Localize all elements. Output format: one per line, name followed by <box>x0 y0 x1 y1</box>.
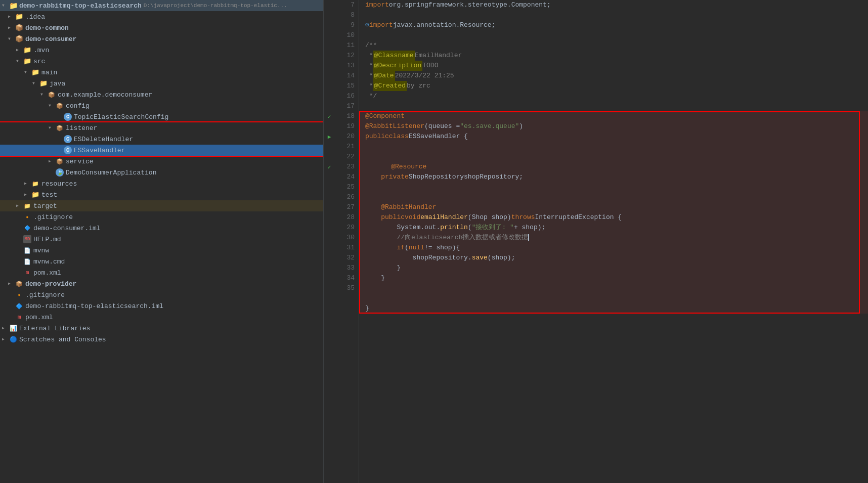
external-libraries[interactable]: 📊 External Libraries <box>0 323 323 334</box>
ESDeleteHandler-file[interactable]: C ESDeleteHandler <box>0 134 323 145</box>
ln-20: 20 <box>339 131 355 142</box>
mvn-label: .mvn <box>33 47 49 54</box>
gutter-28 <box>324 212 335 223</box>
package-root[interactable]: 📦 com.example.democonsumer <box>0 89 323 100</box>
gitignore1-file[interactable]: 🔸 .gitignore <box>0 211 323 223</box>
ESSaveHandler-file[interactable]: C ESSaveHandler <box>0 145 323 156</box>
helpmd-file[interactable]: MD HELP.md <box>0 234 323 245</box>
ln-19: 19 <box>339 121 355 131</box>
demo-provider-icon: 📦 <box>15 280 23 288</box>
close-brace-34: } <box>365 273 385 283</box>
service-folder-icon: 📦 <box>56 157 64 165</box>
gutter-8 <box>324 10 335 20</box>
config-folder[interactable]: 📦 config <box>0 100 323 111</box>
code-line-16: */ <box>359 91 868 101</box>
idea-folder-icon: 📁 <box>15 13 23 21</box>
scratches-consoles[interactable]: 🔵 Scratches and Consoles <box>0 334 323 345</box>
java-folder[interactable]: 📁 java <box>0 78 323 89</box>
DemoConsumerApplication-file[interactable]: 🍃 DemoConsumerApplication <box>0 167 323 178</box>
main-folder[interactable]: 📁 main <box>0 67 323 78</box>
config-folder-icon: 📦 <box>56 102 64 110</box>
code-line-23[interactable]: @Resource <box>359 162 868 172</box>
code-line-27[interactable]: @RabbitHandler <box>359 202 868 212</box>
comment-classname-val: EmailHandler <box>415 51 462 61</box>
ln-27: 27 <box>339 202 355 212</box>
gutter-34 <box>324 273 335 283</box>
shop-repo-32: shopRepository. <box>365 253 472 263</box>
type-24: ShopRepository <box>409 172 464 182</box>
file-tree[interactable]: 📁 demo-rabbitmq-top-elasticsearch D:\jav… <box>0 0 324 483</box>
gutter-31 <box>324 243 335 253</box>
demo-consumer-icon: 📦 <box>15 35 23 43</box>
code-line-20[interactable]: public class ESSaveHandler { <box>359 131 868 142</box>
demo-common-label: demo-common <box>25 24 69 32</box>
iml2-file[interactable]: 🔷 demo-rabbitmq-top-elasticsearch.iml <box>0 300 323 312</box>
mvnwcmd-file[interactable]: 📄 mvnw.cmd <box>0 256 323 267</box>
topic-label: TopicElasticSearchConfig <box>74 113 168 121</box>
code-line-7[interactable]: import org.springframework.stereotype.Co… <box>359 0 868 10</box>
src-folder[interactable]: 📁 src <box>0 56 323 67</box>
code-line-31[interactable]: if(null!= shop){ <box>359 243 868 253</box>
code-line-37: } <box>359 303 868 314</box>
gutter-20[interactable]: ▶ <box>324 131 335 142</box>
main-label: main <box>41 69 57 76</box>
code-line-24[interactable]: private ShopRepository shopRepository; <box>359 172 868 182</box>
config-arrow <box>49 103 55 109</box>
TopicElasticSearchConfig-file[interactable]: C TopicElasticSearchConfig <box>0 111 323 122</box>
project-root[interactable]: 📁 demo-rabbitmq-top-elasticsearch D:\jav… <box>0 0 323 11</box>
resources-folder[interactable]: 📁 resources <box>0 178 323 189</box>
target-folder[interactable]: 📁 target <box>0 200 323 211</box>
code-line-29[interactable]: System.out.println("接收到了: " + shop); <box>359 223 868 233</box>
resources-label: resources <box>41 180 77 188</box>
gutter-18[interactable]: ✓ <box>324 111 335 121</box>
code-line-17 <box>359 101 868 111</box>
pom1-file[interactable]: m pom.xml <box>0 267 323 278</box>
idea-folder[interactable]: 📁 .idea <box>0 11 323 22</box>
iml1-arrow <box>16 225 22 231</box>
essave-arrow <box>57 147 63 153</box>
comment-star-14: * <box>365 71 373 81</box>
import-class-7: Component <box>511 0 547 10</box>
esdel-class-icon: C <box>64 135 72 143</box>
mvnwcmd-icon: 📄 <box>23 257 31 266</box>
gutter-16 <box>324 91 335 101</box>
essave-label: ESSaveHandler <box>74 147 125 154</box>
gitignore1-arrow <box>16 214 22 220</box>
mvn-folder[interactable]: 📁 .mvn <box>0 45 323 56</box>
gitignore1-label: .gitignore <box>33 213 73 221</box>
pom2-icon: m <box>15 313 23 321</box>
pom2-file[interactable]: m pom.xml <box>0 312 323 323</box>
code-line-14: * @Date 2022/3/22 21:25 <box>359 71 868 81</box>
resources-arrow <box>24 181 30 187</box>
scratches-label: Scratches and Consoles <box>19 336 106 343</box>
ln-31: 31 <box>339 243 355 253</box>
code-line-21 <box>359 142 868 152</box>
gutter-33 <box>324 263 335 273</box>
iml1-file[interactable]: 🔷 demo-consumer.iml <box>0 223 323 234</box>
demo-common-folder[interactable]: 📦 demo-common <box>0 22 323 33</box>
gitignore2-file[interactable]: 🔸 .gitignore <box>0 289 323 300</box>
demo-provider-folder[interactable]: 📦 demo-provider <box>0 278 323 289</box>
demo-consumer-folder[interactable]: 📦 demo-consumer <box>0 33 323 45</box>
extlib-arrow <box>2 325 8 331</box>
code-line-28[interactable]: public void emailHandler(Shop shop) thro… <box>359 212 868 223</box>
ln-30: 30 <box>339 233 355 243</box>
gutter-7 <box>324 0 335 10</box>
comment-date-tag: @Date <box>373 71 395 81</box>
iml2-icon: 🔷 <box>15 302 23 310</box>
java-folder-icon: 📁 <box>39 79 48 87</box>
code-line-38 <box>359 314 868 324</box>
mvnw-file[interactable]: 📄 mvnw <box>0 245 323 256</box>
test-folder[interactable]: 📁 test <box>0 189 323 200</box>
code-area[interactable]: import org.springframework.stereotype.Co… <box>359 0 868 483</box>
listener-folder[interactable]: 📦 listener <box>0 122 323 134</box>
gutter-23[interactable]: ✓ <box>324 162 335 172</box>
code-line-18[interactable]: @Component <box>359 111 868 121</box>
java-arrow <box>32 80 38 86</box>
resources-folder-icon: 📁 <box>31 180 39 188</box>
code-line-19[interactable]: @RabbitListener(queues = "es.save.queue"… <box>359 121 868 131</box>
service-folder[interactable]: 📦 service <box>0 156 323 167</box>
gutter-21 <box>324 142 335 152</box>
code-line-9[interactable]: ⊙import javax.annotation.Resource; <box>359 20 868 30</box>
code-line-32[interactable]: shopRepository.save(shop); <box>359 253 868 263</box>
